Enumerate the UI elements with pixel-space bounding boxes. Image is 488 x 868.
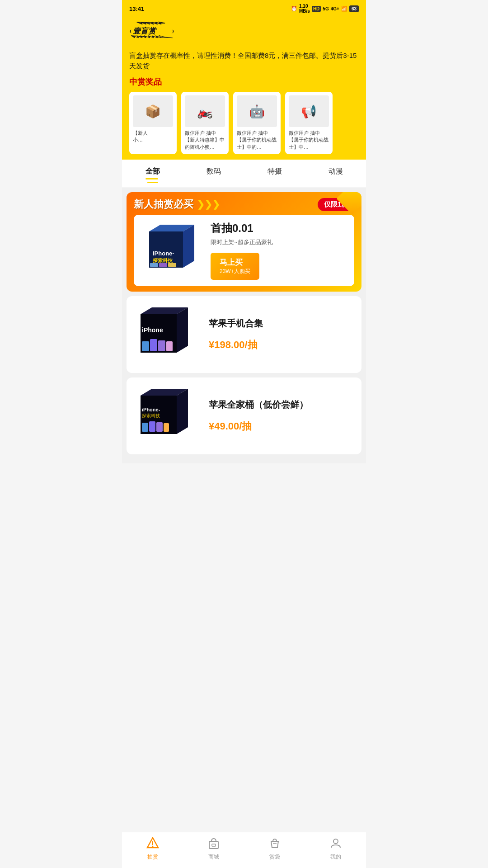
prize-image-3: 🤖 [237, 95, 277, 127]
status-icons: ⏰ 1.10MB/s HD 5G 4G+ 📶 63 [291, 4, 359, 14]
prize-image-4: 📢 [289, 95, 329, 127]
main-content: 新人抽赏必买 ❯❯❯ 仅限1次 [122, 188, 366, 463]
svg-rect-9 [159, 263, 167, 267]
list-item[interactable]: 📦 【新人小… [129, 92, 177, 154]
header: 壹盲赏 [122, 17, 366, 48]
product-price-1: ¥198.00/抽 [209, 338, 354, 352]
banner-price-title: 首抽0.01 [211, 221, 348, 236]
product-name-2: 苹果全家桶（低价尝鲜） [209, 399, 354, 410]
svg-rect-15 [142, 341, 149, 351]
product-info-2: 苹果全家桶（低价尝鲜） ¥49.00/抽 [209, 399, 354, 433]
product-price-2: ¥49.00/抽 [209, 420, 354, 433]
tab-tokusatsu[interactable]: 特摄 [264, 165, 286, 181]
price-value-2: 49.00/抽 [214, 420, 252, 432]
prize-section: 中赏奖品 📦 【新人小… 🏍️ 微信用户 抽中 【新人特惠箱】中的随机小熊… 🤖… [122, 75, 366, 160]
logo: 壹盲赏 [129, 21, 174, 42]
svg-marker-0 [137, 22, 165, 24]
status-bar: 13:41 ⏰ 1.10MB/s HD 5G 4G+ 📶 63 [122, 0, 366, 17]
product-card-2[interactable]: iPhone- 探索科技 苹果全家桶（低价尝鲜） ¥49.00/抽 [127, 377, 361, 454]
svg-rect-8 [150, 263, 158, 267]
svg-rect-26 [156, 422, 163, 432]
tab-anime[interactable]: 动漫 [325, 165, 347, 181]
list-item[interactable]: 🏍️ 微信用户 抽中 【新人特惠箱】中的随机小熊… [181, 92, 229, 154]
svg-rect-17 [158, 340, 165, 351]
banner-product-info: 首抽0.01 限时上架~超多正品豪礼 马上买 23W+人购买 [211, 221, 348, 280]
time: 13:41 [129, 5, 144, 12]
prize-scroll: 📦 【新人小… 🏍️ 微信用户 抽中 【新人特惠箱】中的随机小熊… 🤖 微信用户… [129, 92, 359, 154]
notice-text: 盲盒抽赏存在概率性，请理性消费！全国邮费8元，满三件包邮。提货后3-15天发货 [129, 52, 357, 70]
svg-rect-24 [142, 423, 148, 432]
svg-marker-2 [131, 36, 173, 38]
svg-marker-5 [183, 225, 194, 268]
svg-text:iPhone-: iPhone- [153, 250, 174, 257]
svg-text:探索科技: 探索科技 [142, 413, 160, 418]
prize-image-1: 📦 [133, 95, 173, 127]
notice-bar: 盲盒抽赏存在概率性，请理性消费！全国邮费8元，满三件包邮。提货后3-15天发货 [122, 48, 366, 75]
banner-subtitle: 限时上架~超多正品豪礼 [211, 238, 348, 246]
price-currency-2: ¥ [209, 420, 214, 432]
svg-marker-21 [177, 389, 188, 434]
new-user-banner[interactable]: 新人抽赏必买 ❯❯❯ 仅限1次 [127, 192, 361, 292]
banner-product-image: iPhone- 探索科技 [140, 225, 203, 277]
svg-rect-27 [164, 423, 169, 432]
list-item[interactable]: 🤖 微信用户 抽中 【属于你的机动战士】中的… [233, 92, 281, 154]
prize-image-2: 🏍️ [185, 95, 225, 127]
price-currency-1: ¥ [209, 339, 214, 350]
banner-title: 新人抽赏必买 [134, 198, 193, 211]
product-image-1: iPhone [134, 305, 202, 364]
svg-text:壹盲赏: 壹盲赏 [133, 26, 157, 35]
prize-desc-4: 微信用户 抽中 【属于你的机动战士】中… [289, 130, 329, 151]
buy-button-count: 23W+人购买 [220, 268, 250, 275]
svg-marker-13 [177, 307, 188, 353]
banner-arrows: ❯❯❯ [197, 199, 220, 210]
buy-button[interactable]: 马上买 23W+人购买 [211, 253, 259, 280]
svg-text:iPhone-: iPhone- [142, 407, 160, 412]
svg-rect-25 [149, 421, 155, 432]
product-card-1[interactable]: iPhone 苹果手机合集 ¥198.00/抽 [127, 296, 361, 373]
svg-rect-10 [168, 263, 176, 267]
product-name-1: 苹果手机合集 [209, 317, 354, 329]
buy-button-label: 马上买 [220, 257, 250, 268]
list-item[interactable]: 📢 微信用户 抽中 【属于你的机动战士】中… [285, 92, 333, 154]
prize-desc-3: 微信用户 抽中 【属于你的机动战士】中的… [237, 130, 277, 151]
svg-rect-18 [166, 341, 173, 351]
prize-title: 中赏奖品 [129, 76, 359, 87]
category-tabs: 全部 数码 特摄 动漫 [122, 160, 366, 187]
product-image-2: iPhone- 探索科技 [134, 387, 202, 445]
product-info-1: 苹果手机合集 ¥198.00/抽 [209, 317, 354, 352]
tab-all[interactable]: 全部 [142, 165, 164, 181]
prize-desc-2: 微信用户 抽中 【新人特惠箱】中的随机小熊… [185, 130, 225, 151]
price-value-1: 198.00/抽 [214, 339, 257, 350]
svg-text:探索科技: 探索科技 [152, 258, 173, 263]
svg-text:iPhone: iPhone [142, 326, 163, 334]
banner-body: iPhone- 探索科技 首抽0.01 限时上架~超多正品豪礼 马上买 23W+… [134, 215, 354, 286]
svg-rect-16 [150, 339, 157, 351]
prize-desc-1: 【新人小… [133, 130, 173, 144]
tab-digital[interactable]: 数码 [203, 165, 225, 181]
